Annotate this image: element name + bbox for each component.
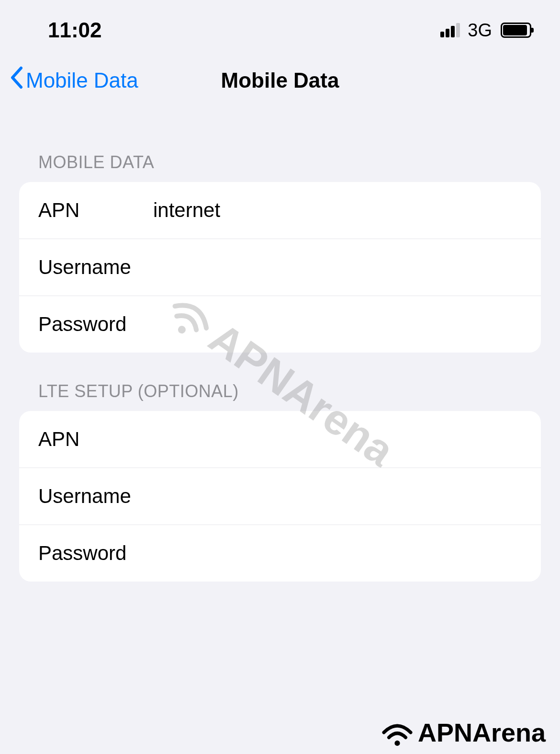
username-row[interactable]: Username	[19, 239, 541, 296]
lte-apn-row[interactable]: APN	[19, 411, 541, 468]
page-title: Mobile Data	[221, 69, 339, 92]
apn-input[interactable]	[153, 199, 522, 222]
password-input[interactable]	[153, 313, 522, 336]
status-bar: 11:02 3G	[0, 0, 560, 52]
section-header-lte-setup: LTE SETUP (OPTIONAL)	[0, 353, 560, 411]
status-right: 3G	[440, 20, 531, 41]
navigation-bar: Mobile Data Mobile Data	[0, 52, 560, 109]
lte-setup-group: APN Username Password	[19, 411, 541, 582]
section-header-mobile-data: MOBILE DATA	[0, 109, 560, 182]
lte-password-label: Password	[38, 542, 153, 565]
username-label: Username	[38, 256, 153, 279]
back-label: Mobile Data	[26, 69, 138, 92]
network-type-label: 3G	[468, 20, 492, 41]
lte-username-input[interactable]	[153, 485, 522, 508]
battery-icon	[501, 23, 531, 38]
apn-label: APN	[38, 199, 153, 222]
footer-logo: APNArena	[381, 716, 546, 749]
chevron-left-icon	[10, 66, 23, 95]
svg-point-1	[394, 741, 400, 746]
lte-username-label: Username	[38, 485, 153, 508]
signal-icon	[440, 23, 460, 37]
lte-password-input[interactable]	[153, 542, 522, 565]
lte-apn-input[interactable]	[153, 428, 522, 451]
lte-apn-label: APN	[38, 428, 153, 451]
password-row[interactable]: Password	[19, 296, 541, 353]
back-button[interactable]: Mobile Data	[10, 66, 138, 95]
lte-username-row[interactable]: Username	[19, 468, 541, 525]
username-input[interactable]	[153, 256, 522, 279]
mobile-data-group: APN Username Password	[19, 182, 541, 353]
lte-password-row[interactable]: Password	[19, 525, 541, 582]
status-time: 11:02	[48, 18, 102, 42]
password-label: Password	[38, 313, 153, 336]
wifi-icon	[381, 716, 414, 749]
apn-row[interactable]: APN	[19, 182, 541, 239]
